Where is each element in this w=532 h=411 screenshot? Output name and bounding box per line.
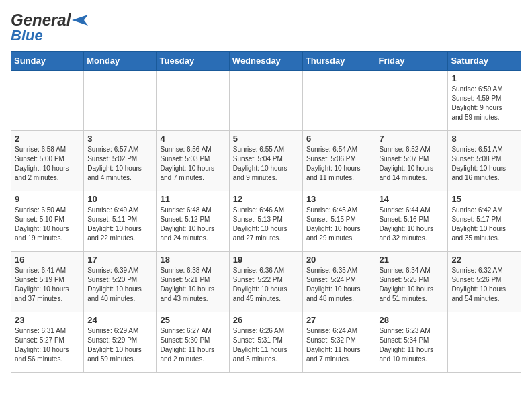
day-number: 26 — [233, 315, 299, 325]
calendar-week-4: 16Sunrise: 6:41 AM Sunset: 5:19 PM Dayli… — [11, 252, 521, 312]
calendar-cell: 12Sunrise: 6:46 AM Sunset: 5:13 PM Dayli… — [229, 191, 302, 252]
day-info: Sunrise: 6:24 AM Sunset: 5:32 PM Dayligh… — [306, 326, 372, 364]
calendar-cell: 6Sunrise: 6:54 AM Sunset: 5:06 PM Daylig… — [302, 131, 375, 191]
calendar-cell: 15Sunrise: 6:42 AM Sunset: 5:17 PM Dayli… — [448, 191, 521, 252]
day-number: 27 — [306, 315, 372, 325]
day-number: 5 — [233, 134, 299, 144]
day-info: Sunrise: 6:27 AM Sunset: 5:30 PM Dayligh… — [160, 326, 225, 364]
day-number: 3 — [87, 134, 152, 144]
header: General Blue — [11, 11, 521, 44]
calendar-cell: 9Sunrise: 6:50 AM Sunset: 5:10 PM Daylig… — [11, 191, 84, 252]
day-number: 13 — [306, 194, 372, 204]
calendar-cell: 19Sunrise: 6:36 AM Sunset: 5:22 PM Dayli… — [229, 252, 302, 312]
day-number: 25 — [160, 315, 225, 325]
day-info: Sunrise: 6:57 AM Sunset: 5:02 PM Dayligh… — [87, 145, 152, 183]
day-number: 8 — [451, 134, 517, 144]
day-number: 21 — [379, 255, 444, 265]
day-info: Sunrise: 6:26 AM Sunset: 5:31 PM Dayligh… — [233, 326, 299, 364]
calendar-week-3: 9Sunrise: 6:50 AM Sunset: 5:10 PM Daylig… — [11, 191, 521, 252]
column-header-wednesday: Wednesday — [229, 52, 302, 71]
column-header-friday: Friday — [375, 52, 448, 71]
day-number: 10 — [87, 194, 152, 204]
day-info: Sunrise: 6:31 AM Sunset: 5:27 PM Dayligh… — [15, 326, 80, 364]
day-info: Sunrise: 6:42 AM Sunset: 5:17 PM Dayligh… — [451, 205, 517, 243]
day-info: Sunrise: 6:41 AM Sunset: 5:19 PM Dayligh… — [15, 266, 80, 304]
calendar-cell: 1Sunrise: 6:59 AM Sunset: 4:59 PM Daylig… — [448, 71, 521, 131]
day-number: 19 — [233, 255, 299, 265]
calendar-cell: 17Sunrise: 6:39 AM Sunset: 5:20 PM Dayli… — [84, 252, 157, 312]
day-number: 2 — [15, 134, 80, 144]
calendar-cell: 25Sunrise: 6:27 AM Sunset: 5:30 PM Dayli… — [157, 312, 229, 373]
calendar-cell: 18Sunrise: 6:38 AM Sunset: 5:21 PM Dayli… — [157, 252, 229, 312]
calendar-cell — [302, 71, 375, 131]
day-info: Sunrise: 6:44 AM Sunset: 5:16 PM Dayligh… — [379, 205, 444, 243]
day-info: Sunrise: 6:36 AM Sunset: 5:22 PM Dayligh… — [233, 266, 299, 304]
calendar-cell: 13Sunrise: 6:45 AM Sunset: 5:15 PM Dayli… — [302, 191, 375, 252]
calendar-cell — [157, 71, 229, 131]
day-info: Sunrise: 6:45 AM Sunset: 5:15 PM Dayligh… — [306, 205, 372, 243]
day-number: 15 — [451, 194, 517, 204]
calendar-week-2: 2Sunrise: 6:58 AM Sunset: 5:00 PM Daylig… — [11, 131, 521, 191]
day-info: Sunrise: 6:34 AM Sunset: 5:25 PM Dayligh… — [379, 266, 444, 304]
calendar-cell: 5Sunrise: 6:55 AM Sunset: 5:04 PM Daylig… — [229, 131, 302, 191]
column-header-tuesday: Tuesday — [157, 52, 229, 71]
calendar-cell — [229, 71, 302, 131]
day-info: Sunrise: 6:55 AM Sunset: 5:04 PM Dayligh… — [233, 145, 299, 183]
calendar-cell: 2Sunrise: 6:58 AM Sunset: 5:00 PM Daylig… — [11, 131, 84, 191]
calendar-cell: 11Sunrise: 6:48 AM Sunset: 5:12 PM Dayli… — [157, 191, 229, 252]
day-info: Sunrise: 6:32 AM Sunset: 5:26 PM Dayligh… — [451, 266, 517, 304]
calendar-cell: 21Sunrise: 6:34 AM Sunset: 5:25 PM Dayli… — [375, 252, 448, 312]
day-info: Sunrise: 6:49 AM Sunset: 5:11 PM Dayligh… — [87, 205, 152, 243]
calendar-cell: 10Sunrise: 6:49 AM Sunset: 5:11 PM Dayli… — [84, 191, 157, 252]
calendar-cell — [84, 71, 157, 131]
calendar-header-row: SundayMondayTuesdayWednesdayThursdayFrid… — [11, 52, 521, 71]
logo-blue-label: Blue — [11, 27, 43, 44]
calendar-cell: 16Sunrise: 6:41 AM Sunset: 5:19 PM Dayli… — [11, 252, 84, 312]
day-info: Sunrise: 6:51 AM Sunset: 5:08 PM Dayligh… — [451, 145, 517, 183]
calendar-cell: 23Sunrise: 6:31 AM Sunset: 5:27 PM Dayli… — [11, 312, 84, 373]
day-number: 17 — [87, 255, 152, 265]
calendar-cell: 3Sunrise: 6:57 AM Sunset: 5:02 PM Daylig… — [84, 131, 157, 191]
column-header-sunday: Sunday — [11, 52, 84, 71]
calendar-cell — [448, 312, 521, 373]
day-number: 9 — [15, 194, 80, 204]
calendar-cell: 26Sunrise: 6:26 AM Sunset: 5:31 PM Dayli… — [229, 312, 302, 373]
day-info: Sunrise: 6:39 AM Sunset: 5:20 PM Dayligh… — [87, 266, 152, 304]
day-info: Sunrise: 6:38 AM Sunset: 5:21 PM Dayligh… — [160, 266, 225, 304]
calendar-cell — [375, 71, 448, 131]
logo: General Blue — [11, 11, 91, 44]
day-number: 22 — [451, 255, 517, 265]
calendar-cell — [11, 71, 84, 131]
logo-plane-icon — [72, 13, 91, 27]
day-info: Sunrise: 6:58 AM Sunset: 5:00 PM Dayligh… — [15, 145, 80, 183]
day-number: 4 — [160, 134, 225, 144]
calendar-cell: 14Sunrise: 6:44 AM Sunset: 5:16 PM Dayli… — [375, 191, 448, 252]
day-number: 6 — [306, 134, 372, 144]
calendar: SundayMondayTuesdayWednesdayThursdayFrid… — [11, 51, 521, 373]
calendar-cell: 27Sunrise: 6:24 AM Sunset: 5:32 PM Dayli… — [302, 312, 375, 373]
day-info: Sunrise: 6:23 AM Sunset: 5:34 PM Dayligh… — [379, 326, 444, 364]
calendar-cell: 24Sunrise: 6:29 AM Sunset: 5:29 PM Dayli… — [84, 312, 157, 373]
day-number: 16 — [15, 255, 80, 265]
day-info: Sunrise: 6:48 AM Sunset: 5:12 PM Dayligh… — [160, 205, 225, 243]
day-number: 28 — [379, 315, 444, 325]
day-number: 7 — [379, 134, 444, 144]
day-number: 20 — [306, 255, 372, 265]
column-header-monday: Monday — [84, 52, 157, 71]
calendar-cell: 28Sunrise: 6:23 AM Sunset: 5:34 PM Dayli… — [375, 312, 448, 373]
day-info: Sunrise: 6:52 AM Sunset: 5:07 PM Dayligh… — [379, 145, 444, 183]
day-info: Sunrise: 6:29 AM Sunset: 5:29 PM Dayligh… — [87, 326, 152, 364]
day-number: 12 — [233, 194, 299, 204]
day-info: Sunrise: 6:59 AM Sunset: 4:59 PM Dayligh… — [451, 85, 517, 122]
day-number: 24 — [87, 315, 152, 325]
calendar-cell: 20Sunrise: 6:35 AM Sunset: 5:24 PM Dayli… — [302, 252, 375, 312]
day-info: Sunrise: 6:35 AM Sunset: 5:24 PM Dayligh… — [306, 266, 372, 304]
day-number: 18 — [160, 255, 225, 265]
day-number: 23 — [15, 315, 80, 325]
calendar-cell: 22Sunrise: 6:32 AM Sunset: 5:26 PM Dayli… — [448, 252, 521, 312]
calendar-cell: 8Sunrise: 6:51 AM Sunset: 5:08 PM Daylig… — [448, 131, 521, 191]
day-info: Sunrise: 6:54 AM Sunset: 5:06 PM Dayligh… — [306, 145, 372, 183]
calendar-week-5: 23Sunrise: 6:31 AM Sunset: 5:27 PM Dayli… — [11, 312, 521, 373]
day-number: 1 — [451, 73, 517, 83]
column-header-saturday: Saturday — [448, 52, 521, 71]
